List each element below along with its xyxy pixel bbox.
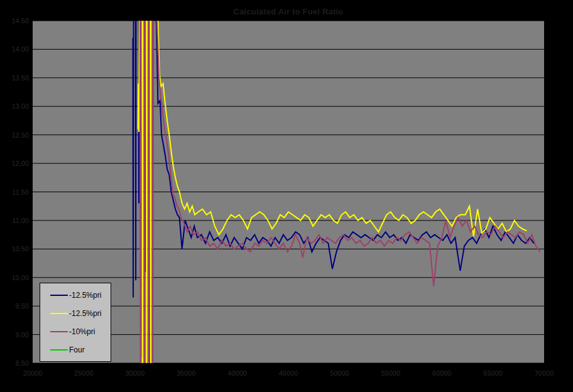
y-axis-label: 14.50 xyxy=(0,17,29,24)
x-axis-label: 70000 xyxy=(518,369,570,377)
legend-swatch-line xyxy=(50,331,68,332)
x-axis-label: 65000 xyxy=(467,369,519,377)
x-axis-label: 20000 xyxy=(7,369,58,377)
legend-item[interactable]: -12.5%pri xyxy=(40,305,111,322)
legend-item[interactable]: Four xyxy=(40,342,111,358)
x-axis-label: 40000 xyxy=(212,369,263,377)
y-axis-label: 12.50 xyxy=(0,131,29,139)
x-axis-label: 45000 xyxy=(263,369,314,377)
legend-item-label: -10%pri xyxy=(69,327,95,336)
y-axis-label: 11.50 xyxy=(0,188,29,196)
y-axis-label: 10.00 xyxy=(0,274,29,281)
legend-item[interactable]: -10%pri xyxy=(40,324,111,340)
y-axis-label: 10.50 xyxy=(0,245,29,253)
y-axis-label: 13.50 xyxy=(0,74,29,82)
legend-swatch-line xyxy=(50,349,68,351)
x-axis-label: 60000 xyxy=(416,369,467,377)
y-axis-label: 14.00 xyxy=(0,45,29,53)
x-axis-label: 35000 xyxy=(160,369,212,377)
legend[interactable]: -12.5%pri-12.5%pri-10%priFour xyxy=(40,283,111,362)
chart-window[interactable]: Calculated Air to Fuel Ratio 14.5014.001… xyxy=(0,0,573,392)
x-axis-label: 55000 xyxy=(365,369,417,377)
x-axis-label: 25000 xyxy=(58,369,109,377)
legend-swatch-line xyxy=(50,313,68,314)
legend-item-label: -12.5%pri xyxy=(69,309,101,318)
legend-item[interactable]: -12.5%pri xyxy=(40,287,111,303)
x-axis-label: 50000 xyxy=(314,369,365,377)
y-axis-label: 13.00 xyxy=(0,102,29,110)
legend-item-label: -12.5%pri xyxy=(69,291,101,300)
y-axis-label: 9.00 xyxy=(0,331,29,339)
y-axis-label: 12.00 xyxy=(0,160,29,167)
y-axis-label: 8.50 xyxy=(0,359,29,367)
y-axis-label: 11.00 xyxy=(0,217,29,224)
y-axis-label: 9.50 xyxy=(0,302,29,310)
chart-title: Calculated Air to Fuel Ratio xyxy=(33,7,544,16)
legend-item-label: Four xyxy=(69,346,85,354)
legend-swatch-line xyxy=(50,295,68,296)
x-axis-label: 30000 xyxy=(109,369,161,377)
